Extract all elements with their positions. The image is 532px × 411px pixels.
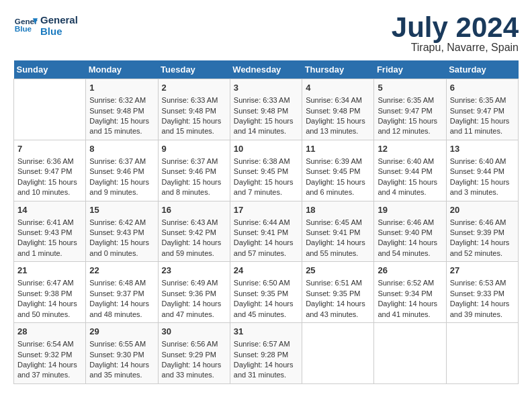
day-info-line: Sunset: 9:46 PM	[89, 167, 154, 177]
day-info-line: Daylight: 15 hours	[378, 177, 442, 187]
day-number: 23	[162, 265, 226, 277]
day-number: 5	[378, 82, 442, 94]
day-info-line: and 15 minutes.	[162, 126, 226, 136]
day-info-line: and 45 minutes.	[234, 310, 298, 320]
week-row-2: 7Sunrise: 6:36 AMSunset: 9:47 PMDaylight…	[14, 140, 519, 201]
day-info-line: and 37 minutes.	[17, 370, 82, 380]
calendar-cell: 19Sunrise: 6:46 AMSunset: 9:40 PMDayligh…	[374, 201, 446, 262]
day-info-line: Daylight: 14 hours	[162, 299, 226, 309]
day-info-line: and 9 minutes.	[89, 187, 154, 197]
day-info-line: Daylight: 14 hours	[89, 299, 154, 309]
day-number: 4	[306, 82, 370, 94]
day-info-line: Sunset: 9:38 PM	[17, 289, 82, 299]
day-info-line: Sunset: 9:47 PM	[17, 167, 82, 177]
day-info-line: Daylight: 15 hours	[89, 177, 154, 187]
day-info-line: Sunset: 9:47 PM	[450, 106, 515, 116]
day-info-line: and 8 minutes.	[162, 187, 226, 197]
day-info-line: Sunrise: 6:33 AM	[234, 95, 298, 105]
day-info-line: and 15 minutes.	[89, 126, 154, 136]
day-info-line: Sunset: 9:44 PM	[450, 167, 515, 177]
logo-line1: General	[40, 14, 78, 26]
day-info-line: Sunset: 9:35 PM	[306, 289, 370, 299]
day-info-line: Sunset: 9:46 PM	[162, 167, 226, 177]
day-info-line: and 0 minutes.	[89, 248, 154, 259]
day-info-line: Sunset: 9:45 PM	[306, 167, 370, 177]
calendar-cell: 12Sunrise: 6:40 AMSunset: 9:44 PMDayligh…	[374, 140, 446, 201]
day-info-line: Sunset: 9:29 PM	[162, 350, 226, 360]
day-info-line: Sunset: 9:33 PM	[450, 289, 515, 299]
day-info-line: Daylight: 14 hours	[234, 299, 298, 309]
day-number: 18	[306, 204, 370, 216]
day-info-line: Daylight: 14 hours	[450, 238, 515, 248]
day-info-line: Daylight: 15 hours	[17, 238, 82, 248]
day-number: 12	[378, 143, 442, 155]
day-info-line: Daylight: 14 hours	[234, 238, 298, 248]
day-info-line: and 14 minutes.	[234, 126, 298, 136]
day-info-line: Sunrise: 6:36 AM	[17, 156, 82, 167]
day-info-line: Sunset: 9:48 PM	[306, 106, 370, 116]
week-row-5: 28Sunrise: 6:54 AMSunset: 9:32 PMDayligh…	[14, 323, 519, 384]
calendar-cell: 26Sunrise: 6:52 AMSunset: 9:34 PMDayligh…	[374, 262, 446, 323]
day-info-line: Daylight: 14 hours	[17, 299, 82, 309]
day-info-line: Daylight: 15 hours	[450, 177, 515, 187]
calendar-cell: 15Sunrise: 6:42 AMSunset: 9:43 PMDayligh…	[86, 201, 158, 262]
calendar-cell: 17Sunrise: 6:44 AMSunset: 9:41 PMDayligh…	[230, 201, 302, 262]
day-info-line: Daylight: 14 hours	[306, 299, 370, 309]
day-info-line: Daylight: 15 hours	[89, 116, 154, 126]
day-info-line: and 31 minutes.	[234, 370, 298, 380]
day-info-line: Daylight: 15 hours	[378, 116, 442, 126]
day-number: 7	[17, 143, 82, 155]
day-info-line: Sunrise: 6:51 AM	[306, 278, 370, 288]
day-info-line: Sunrise: 6:44 AM	[234, 218, 298, 228]
calendar-cell: 10Sunrise: 6:38 AMSunset: 9:45 PMDayligh…	[230, 140, 302, 201]
day-info-line: and 4 minutes.	[378, 187, 442, 197]
day-number: 17	[234, 204, 298, 216]
day-number: 1	[89, 82, 154, 94]
day-number: 30	[162, 326, 226, 338]
day-info-line: Daylight: 14 hours	[378, 238, 442, 248]
day-info-line: Sunrise: 6:52 AM	[378, 278, 442, 288]
day-info-line: Sunset: 9:37 PM	[89, 289, 154, 299]
calendar-cell: 25Sunrise: 6:51 AMSunset: 9:35 PMDayligh…	[302, 262, 374, 323]
calendar-cell: 11Sunrise: 6:39 AMSunset: 9:45 PMDayligh…	[302, 140, 374, 201]
day-number: 31	[234, 326, 298, 338]
day-info-line: Sunrise: 6:57 AM	[234, 339, 298, 349]
day-info-line: Sunrise: 6:33 AM	[162, 95, 226, 105]
day-header-sunday: Sunday	[14, 60, 86, 79]
calendar-cell	[14, 79, 86, 140]
day-info-line: and 41 minutes.	[378, 310, 442, 320]
day-info-line: Daylight: 15 hours	[234, 116, 298, 126]
day-info-line: Daylight: 14 hours	[162, 238, 226, 248]
day-number: 3	[234, 82, 298, 94]
day-info-line: Sunrise: 6:39 AM	[306, 156, 370, 167]
day-info-line: Sunset: 9:30 PM	[89, 350, 154, 360]
day-info-line: Sunrise: 6:40 AM	[450, 156, 515, 167]
week-row-4: 21Sunrise: 6:47 AMSunset: 9:38 PMDayligh…	[14, 262, 519, 323]
day-info-line: Sunset: 9:45 PM	[234, 167, 298, 177]
calendar-cell: 29Sunrise: 6:55 AMSunset: 9:30 PMDayligh…	[86, 323, 158, 384]
page-header: General Blue General Blue July 2024 Tira…	[13, 13, 519, 54]
calendar-cell: 22Sunrise: 6:48 AMSunset: 9:37 PMDayligh…	[86, 262, 158, 323]
day-info-line: Sunrise: 6:34 AM	[306, 95, 370, 105]
day-header-saturday: Saturday	[446, 60, 518, 79]
day-info-line: and 6 minutes.	[306, 187, 370, 197]
day-number: 26	[378, 265, 442, 277]
title-block: July 2024 Tirapu, Navarre, Spain	[392, 13, 519, 54]
day-info-line: and 59 minutes.	[162, 248, 226, 259]
svg-text:Blue: Blue	[15, 24, 32, 33]
calendar-cell: 7Sunrise: 6:36 AMSunset: 9:47 PMDaylight…	[14, 140, 86, 201]
calendar-cell	[446, 323, 518, 384]
day-info-line: and 47 minutes.	[162, 310, 226, 320]
calendar-cell: 21Sunrise: 6:47 AMSunset: 9:38 PMDayligh…	[14, 262, 86, 323]
day-info-line: and 48 minutes.	[89, 310, 154, 320]
day-number: 10	[234, 143, 298, 155]
day-info-line: Sunset: 9:48 PM	[234, 106, 298, 116]
day-info-line: and 35 minutes.	[89, 370, 154, 380]
day-number: 27	[450, 265, 515, 277]
day-info-line: and 57 minutes.	[234, 248, 298, 259]
logo-line2: Blue	[40, 26, 78, 37]
day-number: 22	[89, 265, 154, 277]
day-info-line: Sunset: 9:41 PM	[306, 228, 370, 238]
day-info-line: Daylight: 14 hours	[17, 360, 82, 370]
day-number: 15	[89, 204, 154, 216]
